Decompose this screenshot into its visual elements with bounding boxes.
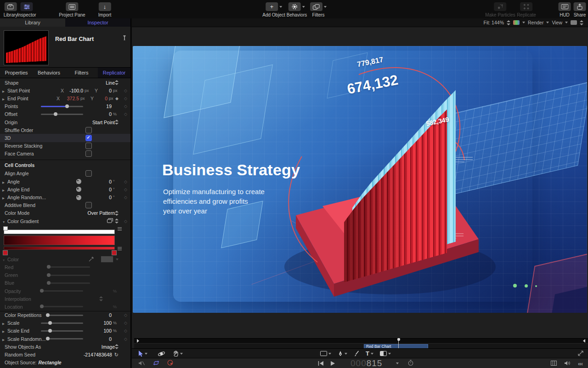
shape-stepper-icon[interactable] xyxy=(115,80,119,85)
scale-value[interactable]: 100 xyxy=(95,320,112,326)
gradient-preset-icon[interactable] xyxy=(107,218,113,224)
red-slider[interactable] xyxy=(48,266,90,268)
show-video-timeline-button[interactable] xyxy=(551,359,557,368)
random-seed-value[interactable]: -2147483648 xyxy=(84,352,112,357)
gradient-color-bar[interactable] xyxy=(4,247,115,250)
show-objects-as-stepper-icon[interactable] xyxy=(115,344,119,349)
rectangle-tool[interactable] xyxy=(320,351,331,356)
keyframe-icon[interactable]: ◇ xyxy=(124,112,127,116)
timecode-caret-icon[interactable] xyxy=(396,362,399,364)
scale-randomness-slider[interactable] xyxy=(46,338,83,339)
bezier-tool-caret-icon[interactable] xyxy=(345,353,347,355)
color-swatch[interactable] xyxy=(101,256,113,263)
object-thumbnail[interactable] xyxy=(4,30,49,65)
keyframe-nav-icon[interactable]: ◆ xyxy=(115,96,119,101)
scale-end-disclosure-icon[interactable] xyxy=(2,328,7,334)
end-point-y-value[interactable]: 0 xyxy=(94,96,107,101)
tab-inspector[interactable]: Inspector xyxy=(65,18,130,27)
record-button[interactable] xyxy=(167,359,174,368)
previous-frame-button[interactable] xyxy=(318,359,323,368)
paint-stroke-tool[interactable] xyxy=(354,351,359,356)
render-caret-icon[interactable] xyxy=(546,22,549,23)
keyframe-icon[interactable]: ◇ xyxy=(124,337,127,341)
color-disclosure-icon[interactable] xyxy=(2,257,7,262)
tab-behaviors[interactable]: Behaviors xyxy=(33,68,65,78)
tab-filters[interactable]: Filters xyxy=(65,68,98,78)
tab-properties[interactable]: Properties xyxy=(0,68,33,78)
angle-randomness-value[interactable]: 0 xyxy=(95,195,112,200)
behaviors-caret-icon[interactable] xyxy=(302,6,305,8)
gradient-color-stop-left[interactable] xyxy=(3,250,8,255)
mute-audio-button[interactable] xyxy=(138,359,145,368)
points-value[interactable]: 19 xyxy=(95,104,112,109)
interpolation-stepper-icon[interactable] xyxy=(99,296,103,301)
angle-disclosure-icon[interactable] xyxy=(2,179,7,184)
generate-seed-icon[interactable]: ↻ xyxy=(114,352,119,358)
reverse-stacking-checkbox[interactable] xyxy=(85,143,92,149)
play-range-start-marker[interactable] xyxy=(137,339,139,343)
scale-slider[interactable] xyxy=(41,322,83,324)
show-objects-as-popup[interactable]: Image xyxy=(98,344,115,350)
color-swatch-caret-icon[interactable] xyxy=(116,259,119,260)
replicate-button[interactable]: Replicate xyxy=(517,2,536,17)
3d-transform-tool[interactable] xyxy=(158,351,165,357)
offset-slider[interactable] xyxy=(41,114,83,115)
angle-end-value[interactable]: 0 xyxy=(95,187,112,192)
scale-end-slider[interactable] xyxy=(41,330,83,332)
angle-end-dial[interactable] xyxy=(76,187,81,192)
tab-replicator[interactable]: Replicator xyxy=(98,68,130,78)
library-toggle-button[interactable]: Library xyxy=(4,2,18,17)
rectangle-tool-caret-icon[interactable] xyxy=(328,353,331,355)
scale-end-value[interactable]: 100 xyxy=(95,328,112,334)
offset-value[interactable]: 0 xyxy=(95,111,112,117)
color-channels-icon[interactable] xyxy=(513,20,520,25)
start-point-y-value[interactable]: 0 xyxy=(98,88,112,93)
keyframe-icon[interactable]: ◇ xyxy=(124,219,127,224)
blue-slider[interactable] xyxy=(48,282,90,284)
make-particles-button[interactable]: Make Particles xyxy=(485,2,515,17)
align-angle-checkbox[interactable] xyxy=(85,170,92,177)
expand-timeline-button[interactable] xyxy=(578,350,583,358)
keyframe-icon[interactable]: ◇ xyxy=(124,179,127,184)
gradient-color-stop-right[interactable] xyxy=(112,250,117,255)
gradient-opacity-bar[interactable] xyxy=(4,230,115,234)
points-slider[interactable] xyxy=(41,106,83,107)
opacity-slider[interactable] xyxy=(41,290,83,292)
layouts-stepper-icon[interactable] xyxy=(580,20,583,25)
play-button[interactable] xyxy=(331,359,335,368)
origin-popup[interactable]: Start Point xyxy=(92,120,115,125)
playhead[interactable] xyxy=(398,338,399,348)
angle-end-disclosure-icon[interactable] xyxy=(2,187,7,192)
keyframe-icon[interactable]: ◇ xyxy=(124,321,127,325)
loop-playback-button[interactable] xyxy=(153,359,160,368)
start-point-x-value[interactable]: -100.0 xyxy=(64,88,83,93)
tab-library[interactable]: Library xyxy=(0,18,65,27)
color-repetitions-value[interactable]: 0 xyxy=(95,312,112,318)
start-point-disclosure-icon[interactable] xyxy=(2,88,7,93)
gradient-preset-stepper-icon[interactable] xyxy=(115,218,119,224)
green-slider[interactable] xyxy=(48,275,90,276)
shape-popup[interactable]: Line xyxy=(98,80,115,86)
angle-randomness-disclosure-icon[interactable] xyxy=(2,195,7,200)
mask-tool[interactable] xyxy=(380,351,391,356)
keyframe-icon[interactable]: ◇ xyxy=(124,96,127,101)
import-button[interactable]: ↓ Import xyxy=(98,2,111,17)
color-mode-stepper-icon[interactable] xyxy=(115,211,119,216)
view-menu[interactable]: View xyxy=(552,20,562,25)
gradient-opacity-stop[interactable] xyxy=(3,226,8,230)
3d-checkbox[interactable] xyxy=(85,135,92,141)
origin-stepper-icon[interactable] xyxy=(115,120,119,125)
zoom-level-popup[interactable]: Fit: 144% xyxy=(484,20,504,25)
zoom-stepper-icon[interactable] xyxy=(507,20,510,25)
inspector-toggle-button[interactable]: Inspector xyxy=(17,2,36,17)
slide-canvas[interactable]: 779,817 674,132 582,349 Business Strateg… xyxy=(133,46,587,313)
timeline-ruler[interactable] xyxy=(134,338,588,343)
project-pane-button[interactable]: Project Pane xyxy=(59,2,85,17)
render-menu[interactable]: Render xyxy=(528,20,543,25)
gradient-color-options-icon[interactable] xyxy=(118,247,122,251)
bezier-tool[interactable] xyxy=(338,351,347,356)
show-audio-timeline-button[interactable] xyxy=(564,359,571,368)
shuffle-order-checkbox[interactable] xyxy=(85,127,92,133)
color-repetitions-slider[interactable] xyxy=(46,315,83,316)
play-range-end-marker[interactable] xyxy=(583,339,585,343)
